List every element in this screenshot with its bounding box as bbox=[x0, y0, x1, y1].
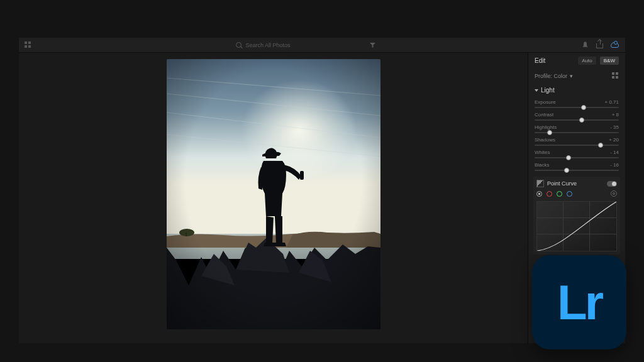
chevron-down-icon: ▾ bbox=[570, 73, 573, 79]
topbar-actions bbox=[575, 41, 625, 48]
slider-value: - 14 bbox=[610, 150, 619, 155]
auto-button[interactable]: Auto bbox=[578, 57, 596, 65]
slider-label: Blacks bbox=[535, 162, 550, 168]
slider-thumb[interactable] bbox=[581, 105, 586, 110]
bell-icon[interactable] bbox=[582, 41, 589, 48]
slider-track[interactable] bbox=[535, 170, 619, 171]
slider-value: - 16 bbox=[610, 162, 619, 168]
slider-thumb[interactable] bbox=[566, 155, 571, 160]
slider-contrast[interactable]: Contrast+ 8 bbox=[528, 110, 625, 123]
chevron-down-icon bbox=[535, 89, 538, 92]
slider-label: Highlights bbox=[535, 124, 557, 130]
search-icon bbox=[236, 42, 242, 48]
slider-track[interactable] bbox=[535, 157, 619, 158]
slider-track[interactable] bbox=[535, 145, 619, 146]
slider-value: + 20 bbox=[609, 137, 619, 143]
slider-label: Contrast bbox=[535, 112, 553, 118]
grid-icon bbox=[25, 41, 31, 48]
slider-track[interactable] bbox=[535, 119, 619, 121]
svg-rect-10 bbox=[167, 59, 380, 329]
channel-all[interactable] bbox=[536, 191, 542, 197]
slider-whites[interactable]: Whites- 14 bbox=[528, 148, 625, 160]
search-bar[interactable]: Search All Photos bbox=[36, 42, 575, 48]
search-placeholder: Search All Photos bbox=[245, 42, 290, 48]
slider-value: + 8 bbox=[612, 112, 619, 118]
top-bar: Search All Photos bbox=[19, 38, 625, 53]
channel-green[interactable] bbox=[557, 191, 562, 197]
curve-icon bbox=[536, 180, 544, 187]
profile-browser-icon[interactable] bbox=[612, 72, 619, 79]
point-curve-header[interactable]: Point Curve bbox=[536, 180, 617, 187]
target-adjust-icon[interactable] bbox=[611, 190, 617, 197]
light-section-label: Light bbox=[541, 87, 555, 94]
slider-value: + 0.71 bbox=[605, 99, 619, 105]
slider-value: - 35 bbox=[610, 124, 619, 130]
curve-channel-row bbox=[536, 187, 617, 200]
slider-thumb[interactable] bbox=[598, 143, 603, 148]
slider-track[interactable] bbox=[535, 132, 619, 133]
slider-label: Exposure bbox=[535, 99, 556, 105]
point-curve-label: Point Curve bbox=[547, 180, 577, 187]
slider-highlights[interactable]: Highlights- 35 bbox=[528, 123, 625, 135]
view-toggle[interactable] bbox=[19, 41, 36, 48]
profile-label: Profile: Color bbox=[535, 73, 567, 79]
photo-canvas[interactable] bbox=[19, 53, 528, 343]
channel-red[interactable] bbox=[547, 191, 552, 197]
slider-thumb[interactable] bbox=[564, 168, 569, 173]
sliders-group: Exposure+ 0.71Contrast+ 8Highlights- 35S… bbox=[528, 97, 625, 173]
panel-title: Edit bbox=[535, 57, 545, 64]
tone-curve[interactable] bbox=[536, 201, 617, 251]
slider-shadows[interactable]: Shadows+ 20 bbox=[528, 135, 625, 148]
photo-preview bbox=[167, 59, 380, 329]
slider-exposure[interactable]: Exposure+ 0.71 bbox=[528, 97, 625, 110]
bw-button[interactable]: B&W bbox=[600, 57, 619, 65]
light-section-header[interactable]: Light bbox=[528, 83, 625, 97]
slider-track[interactable] bbox=[535, 107, 619, 108]
channel-blue[interactable] bbox=[567, 191, 572, 197]
slider-thumb[interactable] bbox=[579, 118, 584, 123]
slider-blacks[interactable]: Blacks- 16 bbox=[528, 160, 625, 173]
curve-toggle[interactable] bbox=[607, 181, 617, 187]
filter-icon[interactable] bbox=[370, 43, 376, 48]
panel-header: Edit Auto B&W bbox=[528, 53, 625, 69]
cloud-sync-icon[interactable] bbox=[611, 42, 619, 48]
slider-label: Shadows bbox=[535, 137, 555, 143]
lightroom-logo-text: Lr bbox=[557, 274, 601, 331]
share-icon[interactable] bbox=[596, 43, 603, 48]
slider-label: Whites bbox=[535, 150, 550, 155]
point-curve-block: Point Curve bbox=[533, 177, 620, 255]
lightroom-logo: Lr bbox=[532, 255, 626, 349]
profile-selector[interactable]: Profile: Color ▾ bbox=[528, 69, 625, 83]
slider-thumb[interactable] bbox=[547, 130, 552, 135]
